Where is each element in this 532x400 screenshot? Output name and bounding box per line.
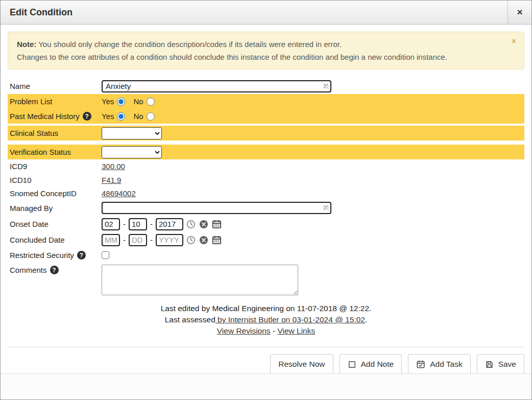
date-separator: - [123,236,126,244]
last-assessed-text: Last assessed by Internist Butler on 03-… [8,314,524,325]
warning-line-1: Note: You should only change the conditi… [17,38,501,51]
restricted-security-checkbox[interactable] [102,251,109,259]
note-icon [348,360,356,369]
date-separator: - [123,220,126,228]
last-assessed-suffix: . [365,315,367,324]
icd9-row: ICD9 300.00 [8,159,524,173]
icd10-code-link[interactable]: F41.9 [102,176,121,184]
problem-list-radio-group: Yes No [102,97,155,106]
condition-form: Name Problem List Yes No [8,78,524,295]
snomed-label: Snomed ConceptID [8,189,102,198]
dialog-body: Note: You should only change the conditi… [1,25,531,374]
view-links-line: View Revisions - View Links [8,325,524,337]
comments-textarea[interactable] [102,265,298,295]
warning-banner: Note: You should only change the conditi… [8,32,524,69]
action-button-bar: Resolve Now Add Note Add Task Save [8,347,524,374]
resolve-now-label: Resolve Now [278,360,325,369]
concluded-date-row: Concluded Date -- [8,232,524,248]
calendar-icon[interactable] [211,219,222,229]
concluded-year-input[interactable] [156,234,183,246]
comments-label: Comments [10,266,47,274]
help-icon[interactable]: ? [50,266,59,274]
pmh-radio-group: Yes No [102,112,155,121]
managed-by-input[interactable] [102,202,331,214]
banner-dismiss-icon[interactable]: × [512,37,516,45]
managed-by-row: Managed By [8,200,524,216]
clinical-status-label: Clinical Status [8,129,102,137]
save-button[interactable]: Save [477,354,524,374]
name-row: Name [8,78,524,94]
warning-bold: Note: [17,40,36,49]
clock-icon[interactable] [186,236,196,245]
icd9-code-link[interactable]: 300.00 [102,162,125,171]
resolve-now-button[interactable]: Resolve Now [270,354,333,374]
dialog-title: Edit Condition [1,1,507,24]
name-label: Name [8,82,102,90]
save-icon [485,360,494,369]
snomed-code-link[interactable]: 48694002 [102,189,136,198]
restricted-security-label: Restricted Security [10,251,74,260]
onset-month-input[interactable] [102,218,120,230]
warning-text-1: You should only change the condition des… [36,40,342,49]
add-note-label: Add Note [361,360,394,369]
last-assessed-link[interactable]: by Internist Butler on 03-01-2024 @ 15:0… [215,315,365,324]
name-input[interactable] [102,80,331,92]
restricted-security-row: Restricted Security ? [8,248,524,263]
add-note-button[interactable]: Add Note [340,354,402,374]
concluded-month-input[interactable] [102,234,120,246]
clinical-status-row: Clinical Status [8,126,524,140]
icd10-label: ICD10 [8,176,102,184]
close-icon[interactable]: × [507,1,531,24]
view-links-link[interactable]: View Links [277,326,315,335]
links-separator: - [271,326,278,335]
audit-info: Last edited by Medical Engineering on 11… [8,303,524,337]
concluded-day-input[interactable] [129,234,147,246]
warning-line-2: Changes to the core attributes of a cond… [17,51,501,63]
pmh-yes-label: Yes [102,112,114,121]
clinical-status-select[interactable] [102,127,162,139]
add-task-button[interactable]: Add Task [408,354,470,374]
icd9-label: ICD9 [8,162,102,171]
problem-list-yes-radio[interactable] [117,98,125,106]
calendar-icon[interactable] [211,235,222,245]
help-icon[interactable]: ? [83,112,91,121]
problem-list-yes-label: Yes [102,97,114,106]
add-task-label: Add Task [430,360,462,369]
verification-status-label: Verification Status [8,148,102,156]
date-separator: - [150,220,153,228]
date-separator: - [150,236,153,244]
calendar-check-icon [416,360,425,369]
save-label: Save [498,360,516,369]
onset-date-row: Onset Date -- [8,216,524,232]
onset-day-input[interactable] [129,218,147,230]
view-revisions-link[interactable]: View Revisions [217,326,271,335]
comments-row: Comments ? [8,265,524,295]
verification-status-row: Verification Status [8,145,524,159]
past-medical-history-row: Past Medical History ? Yes No [8,109,524,124]
last-assessed-prefix: Last assessed [165,315,215,324]
last-edited-text: Last edited by Medical Engineering on 11… [8,303,524,314]
managed-by-label: Managed By [8,204,102,213]
clear-date-icon[interactable] [199,236,209,245]
snomed-row: Snomed ConceptID 48694002 [8,186,524,200]
icd10-row: ICD10 F41.9 [8,173,524,186]
problem-list-row: Problem List Yes No [8,94,524,109]
past-medical-history-label: Past Medical History [10,112,80,121]
pmh-yes-radio[interactable] [117,112,125,121]
onset-date-label: Onset Date [8,220,102,228]
problem-list-no-radio[interactable] [147,98,155,106]
dialog-footer-strip [1,373,531,399]
problem-list-label: Problem List [8,97,102,106]
verification-status-select[interactable] [102,146,162,158]
help-icon[interactable]: ? [77,251,86,260]
clock-icon[interactable] [186,220,196,229]
clear-date-icon[interactable] [199,220,209,229]
edit-condition-dialog: Edit Condition × Note: You should only c… [0,0,532,400]
dialog-header: Edit Condition × [1,1,531,25]
pmh-no-radio[interactable] [147,112,155,121]
problem-list-no-label: No [133,97,143,106]
pmh-no-label: No [133,112,143,121]
concluded-date-label: Concluded Date [8,236,102,244]
onset-year-input[interactable] [156,218,183,230]
